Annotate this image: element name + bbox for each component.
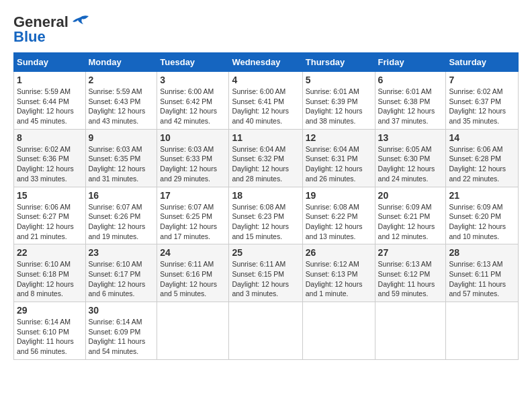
calendar-cell: 5Sunrise: 6:01 AMSunset: 6:39 PMDaylight…: [302, 72, 375, 130]
day-info: Sunrise: 6:10 AMSunset: 6:18 PMDaylight:…: [17, 260, 74, 298]
calendar-cell: 7Sunrise: 6:02 AMSunset: 6:37 PMDaylight…: [446, 72, 519, 130]
day-info: Sunrise: 5:59 AMSunset: 6:43 PMDaylight:…: [89, 87, 146, 125]
header-saturday: Saturday: [446, 53, 519, 72]
calendar-cell: 24Sunrise: 6:11 AMSunset: 6:16 PMDayligh…: [157, 244, 229, 302]
day-info: Sunrise: 6:04 AMSunset: 6:31 PMDaylight:…: [306, 145, 363, 183]
calendar-week-row: 1Sunrise: 5:59 AMSunset: 6:44 PMDaylight…: [14, 72, 519, 130]
calendar-cell: 11Sunrise: 6:04 AMSunset: 6:32 PMDayligh…: [229, 129, 302, 187]
day-number: 1: [17, 75, 83, 85]
day-number: 15: [17, 190, 83, 201]
calendar-cell: 3Sunrise: 6:00 AMSunset: 6:42 PMDaylight…: [157, 72, 229, 130]
day-number: 2: [89, 75, 154, 85]
day-info: Sunrise: 6:14 AMSunset: 6:10 PMDaylight:…: [17, 318, 74, 355]
calendar-cell: [157, 302, 229, 360]
day-info: Sunrise: 6:08 AMSunset: 6:22 PMDaylight:…: [306, 203, 363, 240]
calendar-cell: 9Sunrise: 6:03 AMSunset: 6:35 PMDaylight…: [85, 129, 157, 187]
day-info: Sunrise: 6:05 AMSunset: 6:30 PMDaylight:…: [378, 145, 435, 183]
calendar-cell: 14Sunrise: 6:06 AMSunset: 6:28 PMDayligh…: [446, 129, 519, 187]
calendar-cell: [375, 302, 446, 360]
calendar-cell: 18Sunrise: 6:08 AMSunset: 6:23 PMDayligh…: [229, 187, 302, 244]
calendar-cell: 22Sunrise: 6:10 AMSunset: 6:18 PMDayligh…: [14, 244, 86, 302]
day-number: 22: [17, 247, 83, 258]
day-number: 12: [306, 132, 372, 143]
header-sunday: Sunday: [14, 53, 86, 72]
calendar-cell: 10Sunrise: 6:03 AMSunset: 6:33 PMDayligh…: [157, 129, 229, 187]
day-number: 21: [449, 190, 515, 201]
day-info: Sunrise: 6:01 AMSunset: 6:39 PMDaylight:…: [306, 87, 363, 125]
calendar-cell: 12Sunrise: 6:04 AMSunset: 6:31 PMDayligh…: [302, 129, 375, 187]
day-number: 25: [232, 247, 299, 258]
calendar-cell: 16Sunrise: 6:07 AMSunset: 6:26 PMDayligh…: [85, 187, 157, 244]
day-info: Sunrise: 6:07 AMSunset: 6:25 PMDaylight:…: [160, 203, 217, 240]
day-number: 29: [17, 305, 83, 316]
calendar-cell: 28Sunrise: 6:13 AMSunset: 6:11 PMDayligh…: [446, 244, 519, 302]
day-info: Sunrise: 6:06 AMSunset: 6:27 PMDaylight:…: [17, 203, 74, 240]
calendar-cell: [302, 302, 375, 360]
day-info: Sunrise: 6:08 AMSunset: 6:23 PMDaylight:…: [232, 203, 289, 240]
day-info: Sunrise: 6:02 AMSunset: 6:37 PMDaylight:…: [449, 87, 506, 125]
calendar-cell: 2Sunrise: 5:59 AMSunset: 6:43 PMDaylight…: [85, 72, 157, 130]
calendar-cell: 6Sunrise: 6:01 AMSunset: 6:38 PMDaylight…: [375, 72, 446, 130]
day-info: Sunrise: 6:09 AMSunset: 6:21 PMDaylight:…: [378, 203, 435, 240]
calendar-cell: 21Sunrise: 6:09 AMSunset: 6:20 PMDayligh…: [446, 187, 519, 244]
day-number: 7: [449, 75, 515, 85]
calendar-week-row: 22Sunrise: 6:10 AMSunset: 6:18 PMDayligh…: [14, 244, 519, 302]
calendar-cell: 30Sunrise: 6:14 AMSunset: 6:09 PMDayligh…: [85, 302, 157, 360]
day-info: Sunrise: 6:00 AMSunset: 6:42 PMDaylight:…: [160, 87, 217, 125]
day-number: 6: [378, 75, 443, 85]
day-info: Sunrise: 6:00 AMSunset: 6:41 PMDaylight:…: [232, 87, 289, 125]
calendar-cell: 27Sunrise: 6:13 AMSunset: 6:12 PMDayligh…: [375, 244, 446, 302]
calendar-cell: [229, 302, 302, 360]
calendar-week-row: 29Sunrise: 6:14 AMSunset: 6:10 PMDayligh…: [14, 302, 519, 360]
day-number: 18: [232, 190, 299, 201]
day-number: 5: [306, 75, 372, 85]
calendar-cell: 20Sunrise: 6:09 AMSunset: 6:21 PMDayligh…: [375, 187, 446, 244]
calendar-cell: 26Sunrise: 6:12 AMSunset: 6:13 PMDayligh…: [302, 244, 375, 302]
page-header: General Blue: [13, 13, 519, 46]
logo-bird-icon: [70, 15, 90, 30]
day-number: 17: [160, 190, 226, 201]
calendar-week-row: 15Sunrise: 6:06 AMSunset: 6:27 PMDayligh…: [14, 187, 519, 244]
calendar-cell: 8Sunrise: 6:02 AMSunset: 6:36 PMDaylight…: [14, 129, 86, 187]
day-info: Sunrise: 5:59 AMSunset: 6:44 PMDaylight:…: [17, 87, 74, 125]
day-info: Sunrise: 6:01 AMSunset: 6:38 PMDaylight:…: [378, 87, 435, 125]
day-number: 27: [378, 247, 443, 258]
day-info: Sunrise: 6:11 AMSunset: 6:15 PMDaylight:…: [232, 260, 289, 298]
day-number: 11: [232, 132, 299, 143]
day-info: Sunrise: 6:13 AMSunset: 6:11 PMDaylight:…: [449, 260, 506, 298]
calendar-cell: 13Sunrise: 6:05 AMSunset: 6:30 PMDayligh…: [375, 129, 446, 187]
calendar-cell: 29Sunrise: 6:14 AMSunset: 6:10 PMDayligh…: [14, 302, 86, 360]
day-number: 24: [160, 247, 226, 258]
day-info: Sunrise: 6:03 AMSunset: 6:33 PMDaylight:…: [160, 145, 217, 183]
calendar-header-row: SundayMondayTuesdayWednesdayThursdayFrid…: [14, 53, 519, 72]
calendar-cell: 19Sunrise: 6:08 AMSunset: 6:22 PMDayligh…: [302, 187, 375, 244]
day-number: 30: [89, 305, 154, 316]
day-info: Sunrise: 6:04 AMSunset: 6:32 PMDaylight:…: [232, 145, 289, 183]
header-monday: Monday: [85, 53, 157, 72]
logo-blue: Blue: [13, 28, 46, 46]
day-number: 23: [89, 247, 154, 258]
header-thursday: Thursday: [302, 53, 375, 72]
calendar-table: SundayMondayTuesdayWednesdayThursdayFrid…: [13, 52, 519, 360]
day-number: 14: [449, 132, 515, 143]
calendar-cell: 15Sunrise: 6:06 AMSunset: 6:27 PMDayligh…: [14, 187, 86, 244]
calendar-cell: 23Sunrise: 6:10 AMSunset: 6:17 PMDayligh…: [85, 244, 157, 302]
day-number: 28: [449, 247, 515, 258]
day-number: 10: [160, 132, 226, 143]
day-number: 3: [160, 75, 226, 85]
header-friday: Friday: [375, 53, 446, 72]
day-info: Sunrise: 6:02 AMSunset: 6:36 PMDaylight:…: [17, 145, 74, 183]
day-info: Sunrise: 6:13 AMSunset: 6:12 PMDaylight:…: [378, 260, 435, 298]
day-info: Sunrise: 6:03 AMSunset: 6:35 PMDaylight:…: [89, 145, 146, 183]
calendar-cell: 1Sunrise: 5:59 AMSunset: 6:44 PMDaylight…: [14, 72, 86, 130]
calendar-cell: [446, 302, 519, 360]
day-info: Sunrise: 6:06 AMSunset: 6:28 PMDaylight:…: [449, 145, 506, 183]
calendar-cell: 25Sunrise: 6:11 AMSunset: 6:15 PMDayligh…: [229, 244, 302, 302]
day-info: Sunrise: 6:10 AMSunset: 6:17 PMDaylight:…: [89, 260, 146, 298]
calendar-week-row: 8Sunrise: 6:02 AMSunset: 6:36 PMDaylight…: [14, 129, 519, 187]
day-number: 20: [378, 190, 443, 201]
header-wednesday: Wednesday: [229, 53, 302, 72]
day-number: 8: [17, 132, 83, 143]
day-info: Sunrise: 6:07 AMSunset: 6:26 PMDaylight:…: [89, 203, 146, 240]
day-number: 4: [232, 75, 299, 85]
